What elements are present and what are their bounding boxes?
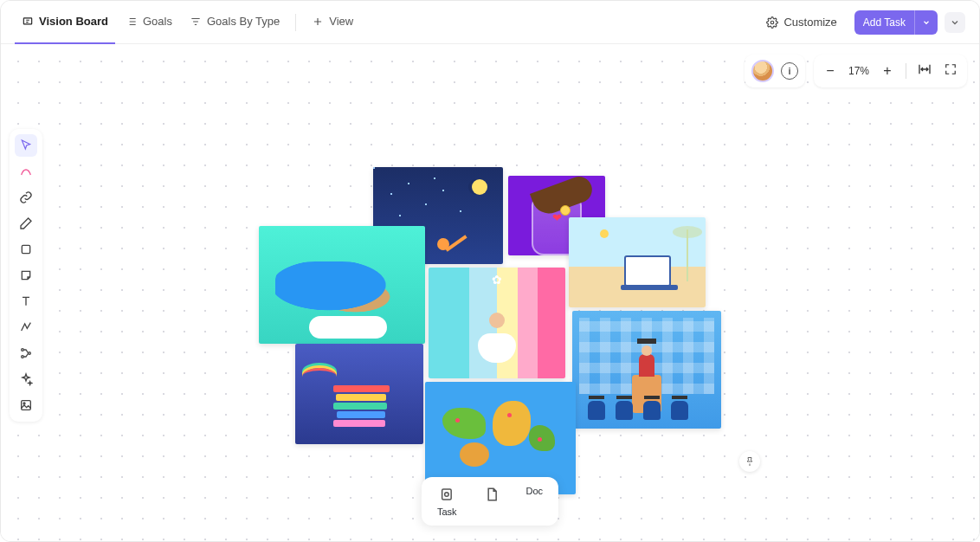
tab-divider — [295, 14, 296, 31]
shape-tool[interactable] — [15, 238, 37, 261]
text-icon — [19, 294, 33, 308]
tab-label: Goals By Type — [207, 15, 280, 28]
filter-list-icon — [190, 16, 202, 28]
doc-icon — [483, 486, 500, 503]
card-kayaking[interactable] — [259, 226, 425, 344]
zoom-out-button[interactable]: − — [822, 63, 838, 79]
fullscreen-button[interactable] — [943, 63, 958, 79]
canvas-controls: i − 17% + — [745, 55, 967, 87]
whiteboard-canvas[interactable]: ✿ — [1, 44, 979, 541]
pin-tray-button[interactable] — [739, 451, 760, 472]
square-icon — [19, 242, 33, 256]
add-view[interactable]: View — [305, 1, 360, 44]
tab-label: View — [329, 15, 353, 28]
add-task-button[interactable]: Add Task — [854, 10, 938, 35]
connector-tool[interactable] — [15, 316, 37, 339]
zoom-in-button[interactable]: + — [880, 63, 895, 79]
tab-label: Goals — [143, 15, 172, 28]
pen-tool[interactable] — [15, 212, 37, 235]
whiteboard-toolbar — [10, 129, 42, 422]
card-meditation[interactable]: ✿ — [429, 268, 565, 378]
fit-width-icon — [918, 62, 932, 76]
tray-task[interactable]: Task — [437, 486, 457, 517]
connector-icon — [19, 320, 33, 334]
whiteboard-icon — [22, 16, 34, 28]
link-icon — [19, 190, 33, 204]
tray-doc[interactable] — [483, 486, 500, 517]
add-task-dropdown[interactable] — [914, 10, 938, 35]
svg-point-5 — [29, 352, 31, 355]
tray-label: Task — [437, 507, 457, 517]
link-tool[interactable] — [15, 186, 37, 209]
image-tool[interactable] — [15, 394, 37, 416]
mindmap-tool[interactable] — [15, 342, 37, 365]
svg-point-7 — [23, 403, 25, 404]
ai-tool[interactable] — [15, 368, 37, 390]
cursor-icon — [19, 139, 33, 152]
view-tabs: Vision Board Goals Goals By Type View — [15, 1, 360, 44]
card-beach-laptop[interactable] — [569, 217, 706, 307]
zoom-value[interactable]: 17% — [848, 65, 869, 77]
tab-vision-board[interactable]: Vision Board — [15, 1, 115, 44]
gear-icon — [766, 16, 778, 29]
svg-point-3 — [22, 349, 24, 352]
pen-icon — [19, 216, 33, 230]
svg-rect-6 — [22, 401, 31, 410]
presence-pill: i — [745, 55, 805, 87]
cursor-tool[interactable] — [15, 134, 37, 157]
fit-width-button[interactable] — [917, 62, 932, 80]
sticky-note-tool[interactable] — [15, 264, 37, 287]
plus-icon — [312, 16, 324, 28]
chevron-down-icon — [922, 18, 931, 27]
text-tool[interactable] — [15, 290, 37, 313]
svg-rect-0 — [23, 17, 31, 23]
nodes-icon — [19, 346, 33, 360]
sparkle-icon — [19, 372, 33, 386]
card-graduation[interactable] — [572, 311, 721, 429]
divider — [906, 63, 906, 79]
tab-goals[interactable]: Goals — [119, 1, 179, 44]
tab-goals-by-type[interactable]: Goals By Type — [183, 1, 287, 44]
svg-point-9 — [445, 493, 449, 497]
pin-icon — [745, 456, 755, 467]
add-task-label: Add Task — [854, 16, 914, 29]
svg-point-1 — [771, 21, 775, 24]
info-icon[interactable]: i — [781, 62, 798, 80]
svg-rect-8 — [442, 489, 452, 500]
more-menu-button[interactable] — [945, 12, 965, 33]
path-tool[interactable] — [15, 160, 37, 183]
chevron-down-icon — [950, 17, 960, 28]
insert-tray: Task Doc — [422, 477, 558, 526]
customize-button[interactable]: Customize — [758, 10, 845, 34]
svg-rect-2 — [22, 245, 29, 253]
note-icon — [19, 268, 33, 282]
card-books-stack[interactable] — [295, 344, 423, 444]
list-icon — [126, 16, 138, 28]
curve-icon — [19, 165, 33, 178]
tab-label: Vision Board — [39, 15, 108, 28]
fullscreen-icon — [945, 63, 957, 75]
avatar[interactable] — [751, 60, 774, 82]
zoom-controls: − 17% + — [814, 55, 967, 87]
image-icon — [19, 398, 33, 412]
task-icon — [438, 486, 455, 503]
tray-label: Doc — [526, 486, 544, 517]
top-bar: Vision Board Goals Goals By Type View Cu… — [1, 1, 979, 44]
customize-label: Customize — [783, 16, 836, 29]
svg-point-4 — [22, 356, 24, 358]
